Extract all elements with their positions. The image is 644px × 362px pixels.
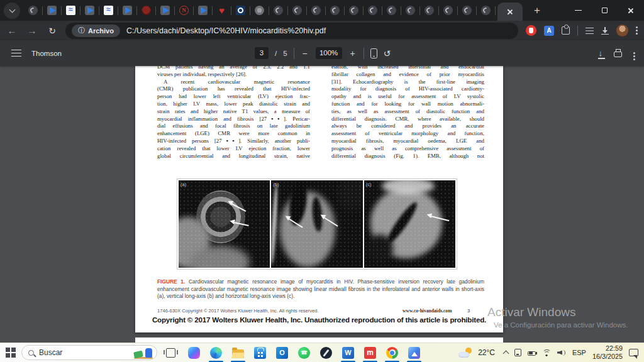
pdf-page-controls: 3 / 5 − 100% + ↺	[255, 40, 391, 66]
figure-1-image: (a) (b) (c)	[177, 178, 457, 270]
rotate-icon[interactable]: ↺	[384, 48, 391, 58]
page-total: 5	[283, 50, 287, 57]
swirl-favicon-icon	[292, 6, 302, 15]
docs-favicon-tab[interactable]	[80, 0, 99, 21]
heart-favicon-tab[interactable]	[213, 0, 231, 21]
tab-search-button[interactable]	[4, 3, 20, 19]
swirl-favicon-tab[interactable]	[420, 0, 438, 21]
text-line: [31]. Echocardiography is the first-line…	[331, 79, 484, 86]
swirl-favicon-tab[interactable]	[24, 0, 42, 21]
copilot-taskbar-button[interactable]	[183, 343, 205, 362]
pdf-right-actions: ↓	[599, 40, 636, 66]
profile-icon[interactable]	[616, 25, 628, 36]
mri-horizontal-long-axis-panel: (c)	[364, 180, 455, 268]
reading-list-icon[interactable]	[586, 28, 594, 29]
swirl-favicon-tab[interactable]	[326, 0, 344, 21]
docs-favicon-tab[interactable]	[194, 0, 212, 21]
outlook-taskbar-button[interactable]	[271, 343, 293, 362]
docs-favicon-icon	[160, 6, 170, 15]
reload-button[interactable]: ↻	[44, 26, 60, 36]
store-taskbar-button[interactable]	[249, 343, 271, 362]
docs-favicon-tab[interactable]	[118, 0, 136, 21]
docs-favicon-tab[interactable]	[43, 0, 61, 21]
keyboard-language[interactable]: ESP	[572, 349, 586, 356]
swirl-favicon-tab[interactable]	[288, 0, 306, 21]
copilot-icon	[188, 347, 200, 359]
text-line: (CMR) publication has revealed that HIV-…	[157, 85, 310, 93]
task-view-button[interactable]	[166, 348, 175, 358]
zoom-in-button[interactable]: +	[348, 48, 357, 58]
opera-taskbar-button[interactable]	[315, 343, 337, 362]
docs-favicon-icon	[198, 6, 208, 15]
nejm-favicon-tab[interactable]	[175, 0, 193, 21]
swirl-favicon-tab[interactable]	[382, 0, 401, 21]
pdf-download-icon[interactable]: ↓	[599, 49, 603, 57]
swirl-favicon-tab[interactable]	[477, 0, 495, 21]
battery-icon[interactable]	[528, 351, 536, 356]
wifi-icon[interactable]	[542, 349, 551, 356]
swirl-favicon-tab[interactable]	[307, 0, 325, 21]
squiggle-favicon-tab[interactable]	[99, 0, 118, 21]
downloads-icon[interactable]	[601, 27, 609, 35]
zoom-out-button[interactable]: −	[301, 48, 309, 58]
tab-bar: +	[0, 0, 644, 21]
text-line: function and for looking for wall motion…	[331, 101, 484, 108]
oxford-favicon-tab[interactable]	[231, 0, 250, 21]
pdf-viewer[interactable]: DCM patients having an average of 2.3, 2…	[0, 66, 644, 343]
pdf-menu-icon[interactable]	[11, 50, 21, 57]
swirl-favicon-tab[interactable]	[345, 0, 363, 21]
volume-icon[interactable]	[557, 349, 566, 356]
text-line: ties, as well as assessment of diastolic…	[331, 108, 484, 116]
phone-link-icon[interactable]	[514, 349, 521, 356]
explorer-taskbar-button[interactable]	[227, 343, 249, 362]
weather-widget[interactable]: 22°C	[458, 348, 495, 358]
swirl-favicon-tab[interactable]	[269, 0, 287, 21]
page-number-input[interactable]: 3	[255, 47, 269, 59]
graybadge-favicon-tab[interactable]	[250, 0, 269, 21]
minimize-button[interactable]	[565, 0, 591, 21]
swirl-favicon-tab[interactable]	[439, 0, 457, 21]
swirl-favicon-tab[interactable]	[401, 0, 419, 21]
close-tab-icon[interactable]	[507, 9, 513, 15]
back-button[interactable]: ←	[4, 25, 20, 36]
extensions-icon[interactable]	[562, 26, 570, 35]
forward-button[interactable]: →	[24, 25, 40, 36]
swirl-favicon-tab[interactable]	[458, 0, 476, 21]
start-button[interactable]	[6, 348, 16, 358]
new-tab-button[interactable]: +	[529, 4, 545, 17]
zoom-level[interactable]: 100%	[316, 47, 342, 59]
chrome-taskbar-button[interactable]	[381, 343, 403, 362]
stop-hand-extension-icon[interactable]	[526, 25, 536, 36]
notification-center-icon[interactable]	[629, 349, 638, 356]
text-line: strain rates and higher native T1 values…	[157, 108, 310, 116]
maroon-favicon-tab[interactable]	[137, 0, 155, 21]
pdf-more-menu-icon[interactable]	[633, 52, 635, 54]
clock-widget[interactable]: 22:59 16/3/2025	[592, 344, 623, 361]
print-icon[interactable]	[614, 52, 622, 57]
tray-icons	[504, 349, 566, 356]
active-tab[interactable]	[497, 3, 523, 21]
mri-short-axis-panel: (a)	[179, 180, 270, 268]
photos-taskbar-button[interactable]	[403, 343, 425, 362]
address-bar[interactable]: ⓘ Archivo C:/Users/dachi/Desktop/IC%20HI…	[65, 23, 518, 39]
figure-caption-text: Cardiovascular magnetic resonance image …	[157, 278, 484, 299]
squiggle-favicon-tab[interactable]	[62, 0, 80, 21]
close-window-button[interactable]	[618, 0, 644, 21]
taskbar-apps	[183, 343, 425, 362]
menu-icon[interactable]	[636, 26, 638, 28]
taskbar-search-box[interactable]: Buscar	[21, 345, 157, 360]
fit-page-icon[interactable]	[370, 48, 377, 58]
whatsapp-taskbar-button[interactable]	[293, 343, 315, 362]
maximize-button[interactable]	[591, 0, 618, 21]
word-taskbar-button[interactable]	[337, 343, 359, 362]
swirl-favicon-tab[interactable]	[364, 0, 382, 21]
red-m-taskbar-button[interactable]	[359, 343, 381, 362]
edge-taskbar-button[interactable]	[205, 343, 227, 362]
page-separator: /	[275, 50, 277, 57]
translate-icon[interactable]	[544, 26, 554, 36]
whatsapp-icon	[298, 347, 310, 359]
copyright-stamp: Copyright © 2017 Wolters Kluwer Health, …	[135, 315, 503, 324]
docs-favicon-tab[interactable]	[156, 0, 174, 21]
chevron-up-icon[interactable]	[502, 351, 509, 357]
file-scheme-chip[interactable]: ⓘ Archivo	[72, 25, 120, 37]
